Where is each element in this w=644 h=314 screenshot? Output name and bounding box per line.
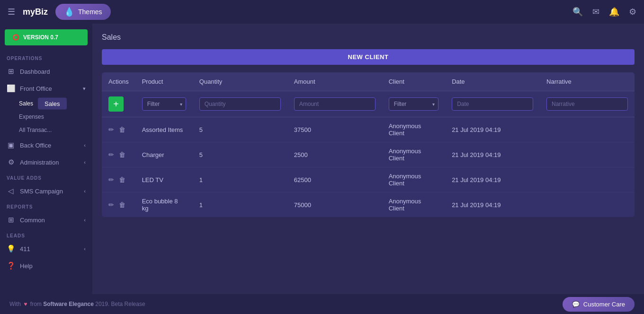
row-product: Charger <box>135 142 193 167</box>
front-office-icon: ⬜ <box>7 84 15 93</box>
row-product: LED TV <box>135 167 193 192</box>
col-client: Client <box>382 72 445 91</box>
edit-icon[interactable]: ✏ <box>108 151 114 158</box>
sidebar: ⭕ VERSION 0.7 OPERATIONS ⊞ Dashboard ⬜ F… <box>0 24 92 294</box>
table-row: ✏ 🗑 Eco bubble 8 kg 1 75000 Anonymous Cl… <box>102 192 635 218</box>
version-label: VERSION 0.7 <box>23 34 58 41</box>
sidebar-sub-item-sales[interactable]: Sales Sales <box>0 97 92 110</box>
sidebar-item-label: SMS Campaign <box>20 188 63 195</box>
row-client: Anonymous Client <box>382 167 445 192</box>
footer-with: With <box>9 301 21 307</box>
mail-icon[interactable]: ✉ <box>592 7 599 17</box>
search-icon[interactable]: 🔍 <box>572 7 583 17</box>
add-record-button[interactable]: + <box>108 96 124 112</box>
dashboard-icon: ⊞ <box>7 67 15 76</box>
row-amount: 75000 <box>287 192 382 218</box>
chevron-left-icon: ‹ <box>84 159 86 165</box>
footer-from: from <box>30 301 42 307</box>
client-filter-select[interactable]: Filter <box>389 97 438 111</box>
row-narrative <box>540 117 635 142</box>
row-quantity: 1 <box>193 167 287 192</box>
row-date: 21 Jul 2019 04:19 <box>445 117 540 142</box>
narrative-filter-input[interactable] <box>546 97 628 111</box>
sidebar-item-label: Front Office <box>20 85 52 92</box>
expenses-label: Expenses <box>19 113 44 120</box>
all-transactions-label: All Transac... <box>19 127 52 133</box>
new-client-button[interactable]: NEW CLIENT <box>102 49 635 65</box>
row-quantity: 5 <box>193 117 287 142</box>
row-actions: ✏ 🗑 <box>102 192 135 218</box>
row-quantity: 1 <box>193 192 287 218</box>
main-layout: ⭕ VERSION 0.7 OPERATIONS ⊞ Dashboard ⬜ F… <box>0 24 644 294</box>
edit-icon[interactable]: ✏ <box>108 126 114 133</box>
sidebar-item-label: Administration <box>20 159 59 166</box>
filter-product-cell: Filter ▾ <box>135 91 193 117</box>
chevron-down-icon: ▾ <box>83 86 86 92</box>
sales-table: Actions Product Quantity Amount Client D… <box>102 72 635 217</box>
amount-filter-input[interactable] <box>294 97 376 111</box>
chat-icon: 💬 <box>572 301 580 308</box>
sidebar-item-back-office[interactable]: ▣ Back Office ‹ <box>0 137 92 154</box>
footer-text: With ♥ from Software Elegance 2019. Beta… <box>9 301 145 307</box>
filter-client-cell: Filter ▾ <box>382 91 445 117</box>
edit-icon[interactable]: ✏ <box>108 176 114 183</box>
delete-icon[interactable]: 🗑 <box>119 201 125 209</box>
sidebar-sub-item-expenses[interactable]: Expenses <box>0 110 92 123</box>
settings-icon[interactable]: ⚙ <box>629 7 636 17</box>
filter-narrative-cell <box>540 91 635 117</box>
themes-button[interactable]: 💧 Themes <box>55 4 111 20</box>
quantity-filter-input[interactable] <box>199 97 281 111</box>
app-logo: myBiz <box>23 7 48 17</box>
sidebar-item-common[interactable]: ⊞ Common ‹ <box>0 211 92 228</box>
chevron-left-icon: ‹ <box>84 188 86 194</box>
customer-care-button[interactable]: 💬 Customer Care <box>563 297 635 312</box>
delete-icon[interactable]: 🗑 <box>119 151 125 158</box>
heart-icon: ♥ <box>24 301 28 307</box>
sidebar-sub-item-all-transactions[interactable]: All Transac... <box>0 123 92 137</box>
themes-drop-icon: 💧 <box>64 7 74 17</box>
footer-brand: Software Elegance <box>43 301 94 307</box>
bell-icon[interactable]: 🔔 <box>609 7 619 17</box>
sidebar-item-label: Back Office <box>20 142 51 149</box>
section-label-value-adds: VALUE ADDS <box>0 171 92 183</box>
row-date: 21 Jul 2019 04:19 <box>445 167 540 192</box>
col-product: Product <box>135 72 193 91</box>
sidebar-item-label: Common <box>20 217 45 224</box>
delete-icon[interactable]: 🗑 <box>119 176 125 183</box>
delete-icon[interactable]: 🗑 <box>119 126 125 133</box>
row-narrative <box>540 167 635 192</box>
sidebar-item-dashboard[interactable]: ⊞ Dashboard <box>0 63 92 80</box>
chevron-left-icon: ‹ <box>84 142 86 148</box>
row-client: Anonymous Client <box>382 117 445 142</box>
row-quantity: 5 <box>193 142 287 167</box>
themes-label: Themes <box>78 8 102 16</box>
row-amount: 37500 <box>287 117 382 142</box>
sidebar-item-sms-campaign[interactable]: ◁ SMS Campaign ‹ <box>0 183 92 200</box>
row-client: Anonymous Client <box>382 192 445 218</box>
sidebar-item-help[interactable]: ❓ Help <box>0 257 92 274</box>
client-filter-wrapper: Filter ▾ <box>389 97 438 111</box>
product-filter-select[interactable]: Filter <box>142 97 186 111</box>
sidebar-item-label: 411 <box>20 245 30 253</box>
row-amount: 62500 <box>287 167 382 192</box>
page-title: Sales <box>102 33 635 42</box>
sidebar-item-411[interactable]: 💡 411 ‹ <box>0 240 92 257</box>
sidebar-item-administration[interactable]: ⚙ Administration ‹ <box>0 154 92 171</box>
col-quantity: Quantity <box>193 72 287 91</box>
customer-care-label: Customer Care <box>583 301 625 308</box>
top-navigation: ☰ myBiz 💧 Themes 🔍 ✉ 🔔 ⚙ <box>0 0 644 24</box>
nav-right: 🔍 ✉ 🔔 ⚙ <box>572 7 636 17</box>
section-label-reports: REPORTS <box>0 200 92 211</box>
help-icon: ❓ <box>7 262 15 270</box>
version-button[interactable]: ⭕ VERSION 0.7 <box>5 29 88 45</box>
row-product: Assorted Items <box>135 117 193 142</box>
hamburger-icon[interactable]: ☰ <box>8 7 15 17</box>
sidebar-item-front-office[interactable]: ⬜ Front Office ▾ <box>0 80 92 97</box>
row-client: Anonymous Client <box>382 142 445 167</box>
row-narrative <box>540 142 635 167</box>
main-content: Sales NEW CLIENT Actions Product Quantit… <box>92 24 644 294</box>
edit-icon[interactable]: ✏ <box>108 201 114 209</box>
date-filter-input[interactable] <box>452 97 533 111</box>
footer: With ♥ from Software Elegance 2019. Beta… <box>0 294 644 314</box>
product-filter-wrapper: Filter ▾ <box>142 97 186 111</box>
